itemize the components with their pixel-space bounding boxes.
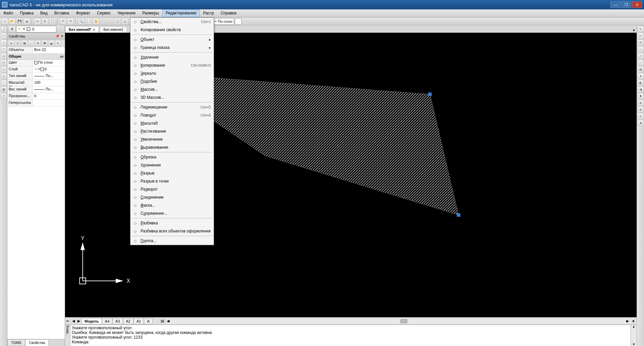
command-scrollbar[interactable]: ▲▼ (631, 325, 637, 346)
menu-dropdown-item[interactable]: ◇Подобие (130, 77, 214, 85)
menu-item[interactable]: Формат (72, 9, 94, 17)
layout-options-icon[interactable]: ▤ (159, 319, 165, 323)
rect-tool-icon[interactable]: ▭ (1, 53, 7, 59)
tool-icon[interactable]: ◻ (121, 18, 128, 25)
menu-dropdown-item[interactable]: ◇3D Массив... (130, 93, 214, 101)
paste-icon[interactable]: 📋 (49, 18, 56, 25)
property-row[interactable]: Слой☀❄0 (7, 66, 65, 73)
modify-tool-icon[interactable]: ✂ (638, 33, 644, 39)
menu-dropdown-item[interactable]: ◇Разбивка (130, 219, 214, 227)
modify-tool-icon[interactable]: ⊗ (638, 107, 644, 113)
modify-tool-icon[interactable]: ◑ (638, 86, 644, 92)
menu-item[interactable]: Черчение (114, 9, 139, 17)
menu-dropdown-item[interactable]: ◇Сопряжение... (130, 209, 214, 217)
menu-dropdown-item[interactable]: ◇КопированиеCtrl+Shift+D (130, 61, 214, 69)
property-row[interactable]: Объекты Все (2) (7, 47, 65, 54)
menu-dropdown-item[interactable]: ◇Массив... (130, 85, 214, 93)
pin-icon[interactable]: 📌 (55, 34, 59, 38)
scroll-right-icon[interactable]: ▶ (626, 319, 629, 323)
zoom-extents-icon[interactable]: ⛶ (85, 18, 92, 25)
modify-tool-icon[interactable]: ↔ (638, 46, 644, 52)
modify-tool-icon[interactable]: ⊕ (638, 100, 644, 106)
menu-dropdown-item[interactable]: ◇Выравнивание (130, 143, 214, 151)
property-value[interactable]: 100 (33, 80, 65, 86)
properties-tab[interactable]: Свойства (25, 339, 49, 346)
ellipse-tool-icon[interactable]: ⬭ (1, 66, 7, 72)
property-row[interactable]: Гиперссылка (7, 100, 65, 107)
menu-dropdown-item[interactable]: ◇Свойства...Ctrl+1 (130, 18, 214, 26)
new-icon[interactable]: □ (1, 18, 8, 25)
modify-tool-icon[interactable]: ⟲ (638, 40, 644, 46)
circle-tool-icon[interactable]: ○ (1, 40, 7, 46)
menu-dropdown-item[interactable]: ◇Растягивание (130, 127, 214, 135)
modify-tool-icon[interactable]: ◈ (638, 120, 644, 126)
menu-dropdown-item[interactable]: ◇Разрыв в точке (130, 177, 214, 185)
modify-tool-icon[interactable]: ◐ (638, 80, 644, 86)
menu-dropdown-item[interactable]: ◇Масштаб (130, 119, 214, 127)
menu-item[interactable]: Редактирование (162, 9, 200, 17)
modify-tool-icon[interactable]: ⤢ (638, 53, 644, 59)
property-value[interactable]: По слою (33, 60, 65, 66)
menu-item[interactable]: Правка (17, 9, 37, 17)
scroll-left-icon[interactable]: ◀ (167, 319, 169, 323)
menu-dropdown-item[interactable]: ◇Граница показа▸ (130, 44, 214, 52)
layout-tab[interactable]: A3 (112, 318, 123, 324)
prop-tool-icon[interactable]: ▦ (21, 40, 28, 46)
menu-dropdown-item[interactable]: ◇Увеличение (130, 135, 214, 143)
layer-manager-icon[interactable]: ≣ (9, 26, 15, 32)
modify-tool-icon[interactable]: ⬚ (638, 60, 644, 66)
copy-icon[interactable]: ⎘ (42, 18, 48, 25)
menu-dropdown-item[interactable]: ◇Объект▸ (130, 36, 214, 44)
property-value[interactable]: 0 (33, 93, 65, 99)
property-row[interactable]: Прозрачно...0 (7, 93, 65, 100)
vertical-scroll-down-icon[interactable]: ▼ (630, 319, 637, 323)
save-icon[interactable]: 💾 (16, 18, 23, 25)
color-swatch-icon[interactable] (235, 18, 241, 25)
menu-item[interactable]: Вставка (51, 9, 73, 17)
zoom-window-icon[interactable]: 🔍 (78, 18, 85, 25)
menu-item[interactable]: Размеры (139, 9, 162, 17)
menu-item[interactable]: Вид (37, 9, 51, 17)
spline-tool-icon[interactable]: ∿ (1, 73, 7, 79)
redo-icon[interactable]: ↷ (67, 18, 74, 25)
property-value[interactable] (33, 100, 65, 106)
modify-tool-icon[interactable]: ✚ (638, 93, 644, 99)
layout-nav-first-icon[interactable]: ⇤ (65, 319, 71, 323)
polygon-tool-icon[interactable]: ⬠ (1, 60, 7, 66)
property-row[interactable]: Вес линийПо... (7, 86, 65, 93)
close-button[interactable]: ✕ (632, 1, 642, 8)
modify-tool-icon[interactable]: ▨ (638, 66, 644, 72)
menu-dropdown-item[interactable]: ◇ПоворотCtrl+E (130, 111, 214, 119)
open-icon[interactable]: 📂 (9, 18, 15, 25)
menu-dropdown-item[interactable]: ◇Зеркало (130, 69, 214, 77)
pan-icon[interactable]: ✋ (93, 18, 99, 25)
property-value[interactable]: Все (2) (33, 47, 65, 53)
menu-item[interactable]: Файл (0, 9, 17, 17)
layout-tab[interactable]: A2 (123, 318, 133, 324)
menu-dropdown-item[interactable]: ◇Удаление (130, 53, 214, 61)
cut-icon[interactable]: ✂ (34, 18, 41, 25)
modify-tool-icon[interactable]: ✎ (638, 26, 644, 32)
layer-combo[interactable]: ☀❄0 (16, 26, 56, 32)
menu-dropdown-item[interactable]: ◇ПеремещениеCtrl+D (130, 103, 214, 111)
modify-tool-icon[interactable]: ⊙ (638, 113, 644, 119)
prop-tool-icon[interactable]: ☰ (15, 40, 21, 46)
prop-tool-icon[interactable]: ⬒ (42, 40, 48, 46)
property-group-header[interactable]: Общие▭ (7, 54, 65, 60)
document-tab[interactable]: Без имени0*✕ (65, 26, 99, 32)
prop-tool-icon[interactable]: ⬓ (48, 40, 54, 46)
prop-tool-icon[interactable]: ⚙ (35, 40, 41, 46)
menu-dropdown-item[interactable]: ◇Группа... (130, 237, 214, 245)
menu-dropdown-item[interactable]: ◇Разрыв (130, 169, 214, 177)
property-row[interactable]: Масштаб ти...100 (7, 80, 65, 86)
layout-tab[interactable]: Модель (82, 318, 102, 324)
polyline-tool-icon[interactable]: 〰 (1, 33, 7, 39)
tab-list-icon[interactable]: ▾ (631, 28, 637, 32)
layout-tab[interactable]: A4 (102, 318, 112, 324)
menu-item[interactable]: Справка (217, 9, 240, 17)
menu-dropdown-item[interactable]: ◇Разворот (130, 185, 214, 193)
menu-dropdown-item[interactable]: ◇Удлинение (130, 161, 214, 169)
hatch-tool-icon[interactable]: ▨ (1, 86, 7, 92)
property-row[interactable]: Тип линийПо... (7, 73, 65, 80)
arc-tool-icon[interactable]: ◠ (1, 46, 7, 52)
